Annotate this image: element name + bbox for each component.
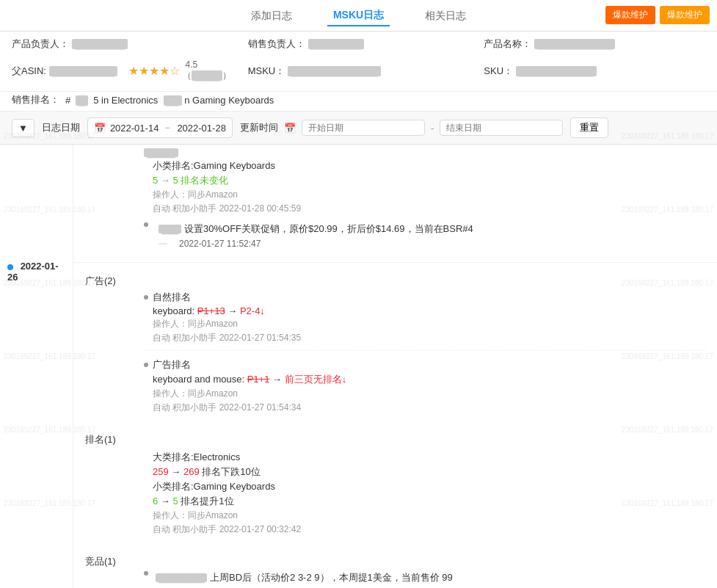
father-asin-field: 父ASIN: ██████████ ★★★★☆ 4.5（████） <box>12 59 233 82</box>
log-group-competitor: 竞品(1) ████████ 上周BD后（活动价2 3-2 9），本周提1美金，… <box>73 549 717 588</box>
rank-major-change: 排名下跌10位 <box>202 466 260 477</box>
ad-rank-new: 前三页无排名↓ <box>285 374 347 385</box>
natural-rank-arrow: → <box>228 305 240 316</box>
rank-minor-title: 小类排名:Gaming Keyboards <box>153 480 705 493</box>
log-entry-rank: 大类排名:Electronics 259 → 269 排名下跌10位 小类排名:… <box>144 451 705 542</box>
log-group-rank-header: 排名(1) <box>73 427 717 449</box>
log-entry-ad-rank: 广告排名 keyboard and mouse: P1+1 → 前三页无排名↓ … <box>144 358 705 420</box>
log-category-ad: 广告(2) <box>85 275 144 288</box>
rating-value: 4.5（████） <box>183 59 233 82</box>
partial-detail: 5 → 5 排名未变化 <box>153 174 705 187</box>
product-name-value: ████████████ <box>534 39 615 49</box>
sales-manager-label: 销售负责人： <box>248 37 305 51</box>
ad-rank-time: 自动 积加小助手 2022-01-27 01:54:34 <box>153 402 705 414</box>
father-asin-label: 父ASIN: <box>12 65 46 78</box>
product-manager-label: 产品负责人： <box>12 37 69 51</box>
product-info-bar: 产品负责人： ████████ 销售负责人： ████████ 产品名称： ██… <box>0 32 717 92</box>
tab-add-log[interactable]: 添加日志 <box>245 7 298 26</box>
filter-bar: ▼ 日志日期 📅 2022-01-14 － 2022-01-28 更新时间 📅 … <box>0 112 717 145</box>
msku-value: ██████████████ <box>288 66 381 76</box>
ad-rank-detail: keyboard and mouse: P1+1 → 前三页无排名↓ <box>153 373 705 386</box>
update-time-section: 更新时间 📅 - <box>240 120 563 136</box>
log-group-ad-header: 广告(2) <box>73 269 717 291</box>
rank-author: 操作人：同步Amazon <box>153 509 705 522</box>
ad-rank-old: P1+1 <box>247 374 270 385</box>
sales-rank-label: 销售排名： <box>12 93 59 106</box>
sku-field: SKU： ████████████ <box>484 65 705 78</box>
log-category-rank: 排名(1) <box>85 433 144 446</box>
product-manager-field: 产品负责人： ████████ <box>12 37 233 51</box>
msku-field: MSKU： ██████████████ <box>248 65 470 78</box>
log-group-competitor-header: 竞品(1) <box>73 549 717 571</box>
partial-title: 小类排名:Gaming Keyboards <box>153 159 705 173</box>
log-section: █████ 小类排名:Gaming Keyboards 5 → 5 排名未变化 … <box>73 145 717 588</box>
date-separator: － <box>163 121 172 134</box>
natural-rank-new: P2-4↓ <box>240 305 265 316</box>
competitor-entries: ████████ 上周BD后（活动价2 3-2 9），本周提1美金，当前售价 9… <box>73 571 717 588</box>
product-manager-value: ████████ <box>72 39 128 49</box>
ad-rank-bullet <box>144 363 148 367</box>
sku-value: ████████████ <box>516 66 597 76</box>
date-sep-2: - <box>431 123 434 134</box>
date-sidebar: 2022-01-26 <box>0 145 73 588</box>
sales-rank-row: 销售排名： # █ 5 in Electronics ██ n Gaming K… <box>0 92 717 112</box>
rank-major-new: 269 <box>183 466 200 477</box>
calendar-icon: 📅 <box>94 123 106 134</box>
update-time-label: 更新时间 <box>240 121 278 134</box>
rank-minor-change: 排名提升1位 <box>181 496 233 507</box>
natural-rank-old: P1+13 <box>197 305 225 316</box>
star-rating: ★★★★☆ <box>128 64 180 78</box>
competitor-entry-bullet <box>144 571 148 576</box>
ad-rank-arrow: → <box>272 374 285 385</box>
log-entry-competitor: ████████ 上周BD后（活动价2 3-2 9），本周提1美金，当前售价 9… <box>144 571 705 588</box>
hot-maintain-button-1[interactable]: 爆款维护 <box>605 6 655 24</box>
date-range-picker[interactable]: 📅 2022-01-14 － 2022-01-28 <box>87 117 233 138</box>
rank-time: 自动 积加小助手 2022-01-27 00:32:42 <box>153 523 705 536</box>
natural-rank-title: 自然排名 <box>153 291 191 304</box>
log-category-competitor: 竞品(1) <box>85 555 144 568</box>
dropdown-arrow: ▼ <box>18 123 28 134</box>
partial-author: 操作人：同步Amazon <box>153 189 705 201</box>
top-partial-entries: █████ 小类排名:Gaming Keyboards 5 → 5 排名未变化 … <box>73 145 717 218</box>
rank-entries: 大类排名:Electronics 259 → 269 排名下跌10位 小类排名:… <box>73 451 717 542</box>
msku-label: MSKU： <box>248 65 285 78</box>
ad-rank-author: 操作人：同步Amazon <box>153 388 705 400</box>
date-end-value: 2022-01-28 <box>177 123 226 134</box>
category-dropdown[interactable]: ▼ <box>12 119 34 137</box>
rank-minor-new: 5 <box>172 496 178 507</box>
action-buttons-area: 爆款维护 爆款维护 <box>605 6 710 24</box>
rank-major-title: 大类排名:Electronics <box>153 451 705 464</box>
reset-button[interactable]: 重置 <box>570 117 608 138</box>
natural-rank-bullet <box>144 295 148 300</box>
sales-manager-field: 销售负责人： ████████ <box>248 37 470 51</box>
natural-rank-author: 操作人：同步Amazon <box>153 318 705 330</box>
tab-related-log[interactable]: 相关日志 <box>419 7 472 26</box>
rank-major-detail: 259 → 269 排名下跌10位 <box>153 465 705 479</box>
date-label: 2022-01-26 <box>7 261 59 283</box>
date-start-value: 2022-01-14 <box>110 123 159 134</box>
hot-maintain-button-2[interactable]: 爆款维护 <box>660 6 710 24</box>
sales-rank-value: # █ 5 in Electronics ██ n Gaming Keyboar… <box>65 95 274 106</box>
log-entry-natural-rank: 自然排名 keyboard: P1+13 → P2-4↓ 操作人：同步Amazo… <box>144 291 705 351</box>
sku-label: SKU： <box>484 65 513 78</box>
ad-rank-title: 广告排名 <box>153 358 191 371</box>
product-info-row-1: 产品负责人： ████████ 销售负责人： ████████ 产品名称： ██… <box>12 37 705 51</box>
ad-entries: 自然排名 keyboard: P1+13 → P2-4↓ 操作人：同步Amazo… <box>73 291 717 420</box>
natural-rank-time: 自动 积加小助手 2022-01-27 01:54:35 <box>153 332 705 344</box>
rank-minor-detail: 6 → 5 排名提升1位 <box>153 495 705 508</box>
log-group-ad: 广告(2) 自然排名 keyboard: P1+13 → P2-4 <box>73 269 717 420</box>
date-entry-2022-01-26: 2022-01-26 <box>0 255 73 288</box>
product-info-row-2: 父ASIN: ██████████ ★★★★☆ 4.5（████） MSKU： … <box>12 59 705 82</box>
competitor-partial-detail: 设置30%OFF关联促销，原价$20.99，折后价$14.69，当前在BSR#4 <box>184 223 473 234</box>
sales-manager-value: ████████ <box>308 39 364 49</box>
update-end-date-input[interactable] <box>440 120 563 136</box>
date-dot <box>7 264 13 270</box>
update-start-date-input[interactable] <box>302 120 425 136</box>
competitor-date-badge <box>159 243 167 244</box>
log-date-label: 日志日期 <box>42 121 80 134</box>
section-divider-1 <box>73 262 717 263</box>
product-name-field: 产品名称： ████████████ <box>484 37 705 51</box>
natural-rank-detail: keyboard: P1+13 → P2-4↓ <box>153 305 705 316</box>
competitor-entry-detail: 上周BD后（活动价2 3-2 9），本周提1美金，当前售价 99 <box>210 572 453 583</box>
tab-msku-log[interactable]: MSKU日志 <box>327 6 390 26</box>
